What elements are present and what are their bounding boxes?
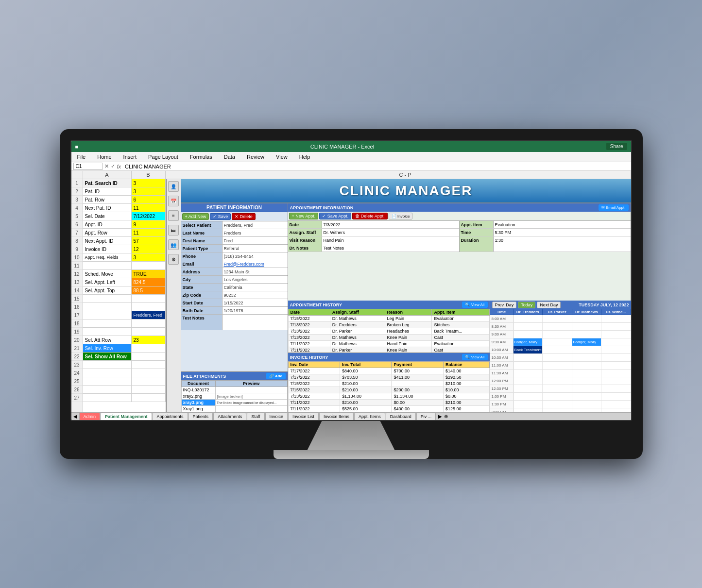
cell-a10[interactable]: Appt. Req. Fields <box>83 253 132 262</box>
email-appt-button[interactable]: ✉ Email Appt. <box>599 204 629 211</box>
sch-cell-withe-1000[interactable] <box>601 346 631 353</box>
sch-cell-parker-1130[interactable] <box>543 370 572 377</box>
sch-cell-withe-100[interactable] <box>601 393 631 400</box>
formula-input[interactable]: CLINIC MANAGER <box>123 163 629 170</box>
appt-value-notes[interactable]: Test Notes <box>322 244 459 252</box>
sch-cell-withe-1200[interactable] <box>601 377 631 385</box>
cell-b7[interactable]: 11 <box>132 229 166 237</box>
value-first-name[interactable]: Fred <box>223 237 288 244</box>
today-button[interactable]: Today <box>518 302 535 308</box>
sch-cell-withe-900[interactable] <box>601 331 631 338</box>
cell-a2[interactable]: Pat. ID <box>83 187 132 196</box>
inv-row-3[interactable]: 7/15/2022 $210.00 $210.00 <box>288 381 489 387</box>
cell-b4[interactable]: 11 <box>132 204 166 212</box>
save-appt-button[interactable]: ✓ Save Appt. <box>319 213 351 219</box>
attach-row-1[interactable]: INQ-L030172 <box>181 387 287 393</box>
cell-b2[interactable]: 3 <box>132 187 166 196</box>
sch-cell-parker-1200[interactable] <box>543 377 572 385</box>
cell-b20[interactable]: 23 <box>132 336 166 344</box>
value-start-date[interactable]: 1/15/2022 <box>223 299 288 306</box>
cell-a22[interactable]: Sel. Show All Row <box>83 353 132 361</box>
sch-cell-parker-130[interactable] <box>543 401 572 408</box>
add-attachment-button[interactable]: 🔗 Add <box>266 373 285 379</box>
inv-row-7[interactable]: 7/11/2022 $525.00 $400.00 $125.00 <box>288 406 489 412</box>
attach-doc-1[interactable]: INQ-L030172 <box>181 387 215 393</box>
inv-row-2[interactable]: 7/17/2022 $703.50 $411.00 $292.50 <box>288 374 489 381</box>
cell-a1[interactable]: Pat. Search ID <box>83 179 132 187</box>
tab-scroll-left[interactable]: ◀ <box>73 414 77 419</box>
sch-cell-parker-800[interactable] <box>543 315 572 322</box>
sch-cell-withe-200[interactable] <box>601 408 631 412</box>
sch-cell-mathews-1100[interactable] <box>572 362 602 369</box>
cell-b13[interactable]: 824.5 <box>132 278 166 286</box>
tab-invoice-list[interactable]: Invoice List <box>288 413 319 420</box>
sch-cell-fredders-800[interactable] <box>514 315 543 322</box>
sch-cell-withe-130[interactable] <box>601 401 631 408</box>
sch-cell-parker-1030[interactable] <box>543 354 572 361</box>
menu-review[interactable]: Review <box>245 153 266 161</box>
sch-cell-mathews-200[interactable] <box>572 408 602 412</box>
sch-cell-parker-200[interactable] <box>543 408 572 412</box>
value-test-notes[interactable] <box>223 315 288 330</box>
value-zip[interactable]: 90232 <box>223 291 288 299</box>
sch-cell-mathews-930[interactable]: Badger, Mary <box>572 338 602 346</box>
sch-cell-parker-100[interactable] <box>543 393 572 400</box>
value-phone[interactable]: (318) 254-8454 <box>223 252 288 260</box>
attach-row-4[interactable]: Xray1.png <box>181 406 287 412</box>
appt-value-item[interactable]: Evaluation <box>494 221 631 228</box>
appt-value-reason[interactable]: Hand Pain <box>322 236 459 244</box>
sch-cell-fredders-830[interactable] <box>514 323 543 330</box>
menu-view[interactable]: View <box>274 153 290 161</box>
value-select-patient[interactable]: Fredders, Fred <box>223 221 288 229</box>
hist-row-4[interactable]: 7/13/2022 Dr. Mathews Knee Pain Cast <box>288 335 489 341</box>
delete-button[interactable]: ✕ Delete <box>232 213 256 220</box>
cell-a21[interactable]: Sel. Inv. Row <box>83 344 132 353</box>
sch-cell-mathews-1030[interactable] <box>572 354 602 361</box>
sch-cell-parker-830[interactable] <box>543 323 572 330</box>
tab-appointments[interactable]: Appointments <box>153 413 188 420</box>
sch-cell-fredders-1230[interactable] <box>514 385 543 392</box>
sch-cell-mathews-800[interactable] <box>572 315 602 322</box>
sch-cell-withe-1030[interactable] <box>601 354 631 361</box>
attach-doc-3[interactable]: xray3.png <box>181 400 215 406</box>
sch-cell-withe-800[interactable] <box>601 315 631 322</box>
attach-row-2[interactable]: xray2.png [image broken] <box>181 393 287 400</box>
tab-scroll-right[interactable]: ▶ <box>438 414 442 419</box>
cell-b1[interactable]: 3 <box>132 179 166 187</box>
cell-a3[interactable]: Pat. Row <box>83 196 132 204</box>
cell-b17[interactable]: Fredders, Fred <box>132 311 166 319</box>
sch-cell-fredders-1030[interactable] <box>514 354 543 361</box>
cell-a5[interactable]: Sel. Date <box>83 212 132 220</box>
tab-staff[interactable]: Staff <box>247 413 264 420</box>
menu-data[interactable]: Data <box>222 153 237 161</box>
sch-cell-fredders-1200[interactable] <box>514 377 543 385</box>
tab-invoice[interactable]: Invoice <box>265 413 288 420</box>
cell-a9[interactable]: Invoice ID <box>83 245 132 253</box>
sch-cell-parker-1000[interactable] <box>543 346 572 353</box>
hist-row-1[interactable]: 7/15/2022 Dr. Mathews Leg Pain Evaluatio… <box>288 316 489 322</box>
cancel-formula-icon[interactable]: ✕ <box>104 163 109 169</box>
sch-cell-fredders-100[interactable] <box>514 393 543 400</box>
menu-home[interactable]: Home <box>95 153 113 161</box>
menu-insert[interactable]: Insert <box>121 153 139 161</box>
sch-cell-withe-830[interactable] <box>601 323 631 330</box>
tab-appt-items[interactable]: Appt. Items <box>354 413 385 420</box>
sch-cell-fredders-1000[interactable]: Back Treatment <box>514 346 543 353</box>
sch-cell-mathews-100[interactable] <box>572 393 602 400</box>
tab-attachments[interactable]: Attachments <box>213 413 246 420</box>
cell-a12[interactable]: Sched. Move <box>83 270 132 278</box>
next-day-button[interactable]: Next Day <box>537 302 561 308</box>
insert-function-icon[interactable]: fx <box>117 164 121 169</box>
sch-cell-mathews-1000[interactable] <box>572 346 602 353</box>
cell-a6[interactable]: Appt. ID <box>83 220 132 229</box>
sch-cell-fredders-930[interactable]: Badger, Mary <box>514 338 543 346</box>
cell-b14[interactable]: 88.5 <box>132 286 166 295</box>
sch-cell-mathews-1230[interactable] <box>572 385 602 392</box>
add-new-button[interactable]: + Add New <box>182 213 209 220</box>
sch-cell-parker-930[interactable] <box>543 338 572 346</box>
attach-row-3-selected[interactable]: xray3.png The linked image cannot be dis… <box>181 400 287 406</box>
sch-cell-withe-930[interactable] <box>601 338 631 346</box>
menu-formulas[interactable]: Formulas <box>188 153 214 161</box>
cell-b12[interactable]: TRUE <box>132 270 166 278</box>
value-birth-date[interactable]: 1/20/1978 <box>223 307 288 314</box>
